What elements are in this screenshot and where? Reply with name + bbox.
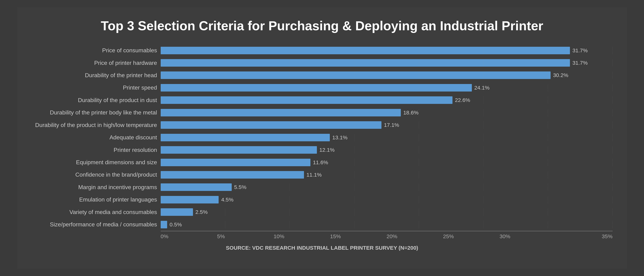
bar-value-1: 31.7% xyxy=(572,60,588,66)
bar-label-9: Equipment dimensions and size xyxy=(32,159,161,166)
bar-fill-4 xyxy=(161,96,452,104)
bar-fill-10 xyxy=(161,171,304,179)
x-axis-labels: 0%5%10%15%20%25%30%35% xyxy=(161,233,612,240)
bar-value-11: 5.5% xyxy=(234,184,246,190)
bar-value-6: 17.1% xyxy=(384,122,399,128)
bar-track-13: 2.5% xyxy=(161,208,612,216)
bar-value-2: 30.2% xyxy=(553,72,568,78)
bar-fill-1 xyxy=(161,59,570,67)
chart-title: Top 3 Selection Criteria for Purchasing … xyxy=(32,18,612,33)
bar-label-6: Durability of the product in high/low te… xyxy=(32,122,161,128)
x-axis: 0%5%10%15%20%25%30%35% xyxy=(161,231,612,240)
bar-row: Printer speed 24.1% xyxy=(32,81,612,94)
bar-track-9: 11.6% xyxy=(161,159,612,166)
bar-track-5: 18.6% xyxy=(161,109,612,116)
source-text: SOURCE: VDC RESEARCH INDUSTRIAL LABEL PR… xyxy=(32,245,612,251)
bar-row: Confidence in the brand/product 11.1% xyxy=(32,169,612,181)
bar-label-0: Price of consumables xyxy=(32,47,161,54)
bar-label-14: Size/performance of media / consumables xyxy=(32,221,161,228)
bar-row: Margin and incentive programs 5.5% xyxy=(32,181,612,193)
bar-fill-14 xyxy=(161,221,167,228)
bar-row: Durability of the product in high/low te… xyxy=(32,119,612,131)
bar-row: Printer resolution 12.1% xyxy=(32,144,612,156)
bar-row: Equipment dimensions and size 11.6% xyxy=(32,156,612,169)
bar-value-14: 0.5% xyxy=(170,222,182,228)
bar-label-7: Adequate discount xyxy=(32,134,161,141)
bars-and-axes: Price of consumables 31.7% Price of prin… xyxy=(32,44,612,240)
bar-label-11: Margin and incentive programs xyxy=(32,184,161,191)
chart-container: Top 3 Selection Criteria for Purchasing … xyxy=(17,7,627,269)
bar-fill-8 xyxy=(161,146,317,154)
bar-row: Emulation of printer languages 4.5% xyxy=(32,193,612,206)
x-tick-3: 15% xyxy=(330,233,387,240)
bar-label-1: Price of printer hardware xyxy=(32,60,161,66)
bar-row: Size/performance of media / consumables … xyxy=(32,218,612,231)
bar-value-4: 22.6% xyxy=(455,97,470,103)
x-tick-2: 10% xyxy=(274,233,330,240)
bar-value-5: 18.6% xyxy=(403,110,418,116)
bar-label-8: Printer resolution xyxy=(32,147,161,153)
bar-track-2: 30.2% xyxy=(161,71,612,79)
bar-track-1: 31.7% xyxy=(161,59,612,67)
bar-track-3: 24.1% xyxy=(161,84,612,91)
bar-row: Price of printer hardware 31.7% xyxy=(32,57,612,69)
bar-track-8: 12.1% xyxy=(161,146,612,154)
bar-label-10: Confidence in the brand/product xyxy=(32,171,161,178)
x-tick-4: 20% xyxy=(387,233,443,240)
x-tick-5: 25% xyxy=(443,233,500,240)
bar-value-9: 11.6% xyxy=(313,159,328,166)
bar-row: Price of consumables 31.7% xyxy=(32,44,612,57)
bar-track-10: 11.1% xyxy=(161,171,612,179)
bar-label-4: Durability of the product in dust xyxy=(32,97,161,103)
x-tick-1: 5% xyxy=(217,233,274,240)
bar-fill-9 xyxy=(161,159,310,166)
bar-row: Durability of the printer body like the … xyxy=(32,106,612,119)
bar-track-0: 31.7% xyxy=(161,47,612,54)
bar-fill-3 xyxy=(161,84,472,91)
bar-value-10: 11.1% xyxy=(306,172,322,178)
bar-row: Adequate discount 13.1% xyxy=(32,131,612,144)
bar-label-2: Durability of the printer head xyxy=(32,72,161,79)
chart-area: Price of consumables 31.7% Price of prin… xyxy=(32,44,612,240)
bar-track-6: 17.1% xyxy=(161,121,612,129)
bar-track-14: 0.5% xyxy=(161,221,612,228)
bar-track-4: 22.6% xyxy=(161,96,612,104)
bar-fill-5 xyxy=(161,109,401,116)
bar-track-12: 4.5% xyxy=(161,196,612,204)
bar-label-12: Emulation of printer languages xyxy=(32,196,161,203)
x-tick-7: 35% xyxy=(556,233,612,240)
bar-track-11: 5.5% xyxy=(161,183,612,191)
bar-label-5: Durability of the printer body like the … xyxy=(32,109,161,116)
x-tick-0: 0% xyxy=(161,233,217,240)
bar-value-13: 2.5% xyxy=(196,209,208,215)
bar-label-3: Printer speed xyxy=(32,84,161,91)
bar-fill-12 xyxy=(161,196,219,204)
bar-value-12: 4.5% xyxy=(221,197,233,203)
bar-fill-2 xyxy=(161,71,550,79)
bar-fill-7 xyxy=(161,134,330,141)
bar-row: Durability of the product in dust 22.6% xyxy=(32,94,612,106)
bar-value-7: 13.1% xyxy=(332,135,348,141)
bar-value-0: 31.7% xyxy=(572,47,588,53)
bar-track-7: 13.1% xyxy=(161,134,612,141)
bar-fill-11 xyxy=(161,183,232,191)
bar-row: Durability of the printer head 30.2% xyxy=(32,69,612,81)
bar-fill-13 xyxy=(161,208,193,216)
x-tick-6: 30% xyxy=(500,233,556,240)
bar-value-8: 12.1% xyxy=(320,147,335,153)
bar-fill-6 xyxy=(161,121,382,129)
bar-fill-0 xyxy=(161,47,570,54)
bar-rows: Price of consumables 31.7% Price of prin… xyxy=(32,44,612,231)
bar-row: Variety of media and consumables 2.5% xyxy=(32,206,612,218)
bar-label-13: Variety of media and consumables xyxy=(32,209,161,216)
bar-value-3: 24.1% xyxy=(474,85,490,91)
